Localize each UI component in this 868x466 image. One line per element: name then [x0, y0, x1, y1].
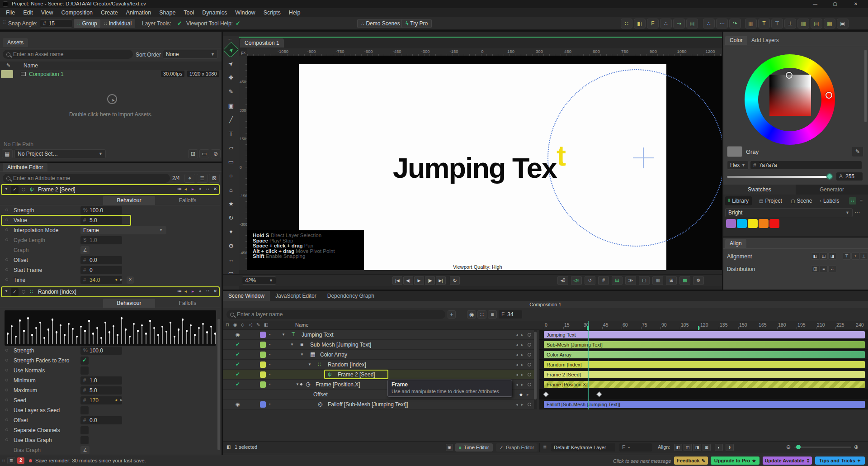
eye-icon[interactable]: ◉ [236, 332, 240, 338]
time-editor-button[interactable]: ≡Time Editor [455, 443, 493, 452]
direct-select-tool[interactable]: ➤ [223, 56, 239, 71]
rows-icon[interactable]: ▤ [811, 19, 822, 29]
menu-item-help[interactable]: Help [285, 8, 305, 17]
next-keyframe-icon[interactable]: ▸ [521, 333, 524, 337]
menu-item-scripts[interactable]: Scripts [259, 8, 285, 17]
cycle-length-field[interactable]: S1.0 [80, 236, 122, 244]
attribute-scrollbar[interactable] [217, 319, 220, 450]
enabled-check-icon[interactable]: ✓ [236, 361, 240, 367]
random-distribution-graph[interactable] [5, 310, 216, 346]
skip-start-button[interactable]: |◀ [392, 276, 402, 285]
layer-color-chip[interactable] [260, 381, 266, 388]
onion-skin-icon[interactable]: ◂0 [557, 276, 568, 285]
current-color-swatch[interactable] [727, 146, 742, 157]
layer-color-chip[interactable] [260, 401, 266, 408]
menu-item-create[interactable]: Create [97, 8, 122, 17]
separate-channels-checkbox[interactable] [80, 426, 89, 434]
keyframe-toggle-icon[interactable] [528, 333, 531, 337]
layer-bar[interactable]: Jumping Text [544, 331, 865, 338]
trash-button[interactable]: ⊘ [211, 149, 221, 158]
menu-item-shape[interactable]: Shape [155, 8, 179, 17]
move-tool[interactable]: ↔ [225, 255, 237, 266]
pin-icon[interactable]: ⌖ [199, 289, 202, 294]
enabled-check-icon[interactable]: ✓ [11, 288, 19, 296]
ruler-icon[interactable]: ▥ [745, 19, 757, 29]
distribution-button[interactable]: ◫ [811, 265, 819, 272]
group-mode-button[interactable]: ∷Group [74, 19, 101, 28]
try-pro-button[interactable]: ϟTry Pro [401, 19, 432, 28]
prev-keyframe-icon[interactable]: ◂ [516, 352, 518, 357]
stack-option-button[interactable]: ≬ [726, 444, 734, 451]
text-path-icon[interactable]: T [758, 19, 770, 29]
align-keyframes-button[interactable]: ◨ [693, 444, 701, 451]
timeline-zoom-slider[interactable] [794, 447, 851, 448]
attribute-port[interactable] [5, 409, 8, 411]
menu-item-dynamics[interactable]: Dynamics [198, 8, 231, 17]
layer-bar[interactable]: Frame [Position.X] [544, 381, 865, 388]
menu-item-window[interactable]: Window [231, 8, 259, 17]
solo-circle-icon[interactable] [22, 188, 25, 191]
viewport-tool-help-check-icon[interactable]: ✓ [236, 20, 241, 27]
play-button[interactable]: ▶ [414, 276, 424, 285]
enabled-check-icon[interactable]: ✓ [236, 341, 240, 347]
upgrade-to-pro-button[interactable]: Upgrade to Pro★ [711, 456, 760, 465]
alignment-button[interactable]: ◫ [820, 252, 828, 260]
layer-name[interactable]: Jumping Text [302, 332, 333, 338]
snap-angle-field[interactable]: #15 [40, 19, 72, 28]
pick-icon[interactable]: ✎ [256, 322, 260, 327]
cube-icon[interactable]: ◧ [634, 19, 646, 29]
strength-field[interactable]: %100.0 [80, 206, 122, 214]
rotate-tool[interactable]: ↻ [225, 213, 237, 223]
start-frame-field[interactable]: #0 [80, 266, 122, 274]
add-layer-button[interactable]: + [448, 310, 456, 319]
duplicate-icon[interactable]: ⊞ [666, 276, 677, 285]
line-tool[interactable]: ╱ [225, 114, 237, 125]
skip-end-button[interactable]: ▶| [436, 276, 446, 285]
eyedropper-button[interactable]: ✎ [852, 146, 863, 157]
footer-frame-field[interactable]: F- [619, 443, 652, 452]
swatch-chip[interactable] [748, 219, 758, 228]
asset-search-input[interactable]: Enter an Asset name [3, 50, 133, 59]
layer-name[interactable]: Falloff [Sub-Mesh [Jumping Text]] [328, 401, 408, 408]
graph-button[interactable]: ∠ [80, 246, 90, 254]
rectangle-tool[interactable]: ▭ [225, 157, 237, 167]
enabled-check-icon[interactable]: ✓ [11, 186, 19, 194]
zoom-in-icon[interactable]: ⊕ [854, 444, 859, 450]
menu-item-view[interactable]: View [37, 8, 57, 17]
attribute-port[interactable] [5, 359, 8, 361]
expand-caret-icon[interactable]: ▼ [308, 362, 311, 366]
bias-graph-button[interactable]: ∠ [80, 446, 90, 454]
open-folder-button[interactable]: ⊞ [188, 149, 198, 158]
use-normals-checkbox[interactable] [80, 366, 89, 375]
attribute-port[interactable] [5, 428, 8, 431]
clear-time-button[interactable]: ✕ [127, 276, 134, 284]
settings-tool[interactable]: ⚙ [225, 241, 237, 252]
lock-icon[interactable]: ⊓ [226, 322, 229, 327]
scatter-filter-icon[interactable]: ∷ [477, 310, 486, 319]
keyframe-diamond[interactable] [543, 391, 549, 397]
render-camera-icon[interactable]: ▣ [837, 19, 849, 29]
attribute-port[interactable] [5, 369, 8, 371]
timeline-tab-scene-window[interactable]: Scene Window [223, 291, 270, 301]
palette-dropdown[interactable]: Bright▼ [725, 208, 853, 217]
color-tab[interactable]: Color [725, 36, 747, 45]
color-panel-scrollbar[interactable] [864, 50, 867, 122]
generator-tab[interactable]: Generator [796, 185, 868, 195]
scatter-options-icon[interactable]: ∷ [206, 186, 209, 191]
attribute-port[interactable] [5, 438, 8, 441]
enabled-check-icon[interactable]: ✓ [236, 351, 240, 357]
expand-caret-icon[interactable]: ▼ [282, 333, 285, 337]
keyframe-layer-dropdown[interactable]: Default Keyframe Layer [551, 443, 615, 452]
enabled-check-icon[interactable]: ✓ [236, 381, 240, 387]
layer-bar[interactable]: Frame 2 [Seed] [544, 371, 865, 378]
next-arrow-icon[interactable]: ▸ [192, 186, 194, 191]
asset-row[interactable]: Composition 1 30.00fps 1920 x 1080 [0, 70, 222, 79]
attribute-port[interactable] [5, 228, 8, 231]
close-button[interactable]: ✕ [848, 0, 863, 8]
arc-icon[interactable]: ↷ [729, 19, 741, 29]
solo-circle-icon[interactable] [22, 290, 25, 294]
individual-mode-button[interactable]: ∷Individual [100, 19, 135, 28]
dock-icon[interactable]: ▣ [446, 444, 453, 451]
list-options-icon[interactable]: ≔ [177, 186, 182, 191]
layer-row-random-index[interactable]: ✓▪▼∷Random [Index]◂▸ [223, 360, 534, 370]
